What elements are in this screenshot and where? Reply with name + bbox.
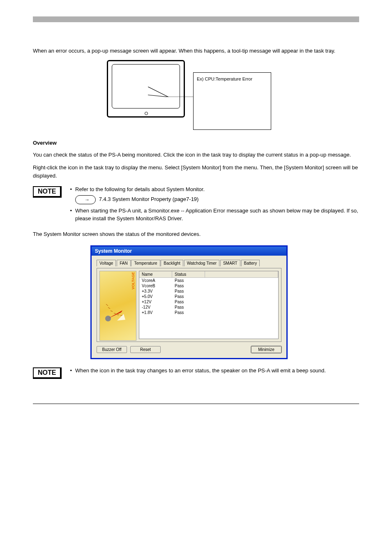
note-label: NOTE — [33, 186, 62, 198]
list-item[interactable]: +3.3VPass — [139, 289, 278, 294]
svg-line-1 — [108, 307, 110, 309]
overview-para-2: Right-click the icon in the task tray to… — [33, 164, 359, 180]
note1-line1: Refer to the following for details about… — [75, 185, 205, 194]
page-footer — [33, 404, 359, 406]
list-item[interactable]: VcoreAPass — [139, 278, 278, 283]
tab-smart[interactable]: SMART — [220, 260, 240, 266]
column-spacer — [205, 271, 278, 277]
list-item[interactable]: +1.8VPass — [139, 310, 278, 315]
svg-line-3 — [114, 313, 116, 314]
note2-line: When the icon in the task tray changes t… — [75, 367, 326, 375]
callout-text: Ex) CPU:Temperature Error — [197, 76, 252, 81]
buzzer-off-button[interactable]: Buzzer Off — [97, 346, 127, 353]
tab-voltage[interactable]: Voltage — [97, 260, 116, 266]
tab-battery[interactable]: Battery — [241, 260, 260, 266]
callout-box: Ex) CPU:Temperature Error — [193, 72, 271, 130]
header-bar — [33, 16, 359, 22]
gauge-image: VOLTAGE — [99, 271, 136, 341]
list-item[interactable]: +12VPass — [139, 299, 278, 305]
note1-line2a: When starting the PS-A unit, a Smonitor.… — [75, 208, 345, 214]
arrow-icon: → — [75, 195, 96, 204]
tab-temperature[interactable]: Temperature — [131, 260, 160, 266]
overview-para-3: The System Monitor screen shows the stat… — [33, 230, 359, 238]
status-list: Name Status VcoreAPass VcoreBPass +3.3VP… — [139, 271, 279, 339]
tab-panel: VOLTAGE — [97, 268, 281, 342]
window-title: System Monitor — [92, 247, 286, 256]
overview-heading: Overview — [33, 140, 359, 146]
tab-row: Voltage FAN Temperature Backlight Watchd… — [97, 260, 281, 266]
column-name[interactable]: Name — [139, 271, 172, 277]
monitor-screen — [112, 64, 180, 108]
minimize-button[interactable]: Minimize — [251, 346, 281, 353]
bullet-icon: • — [70, 207, 72, 223]
tab-watchdog[interactable]: Watchdog Timer — [184, 260, 219, 266]
note1-link: 7.4.3 System Monitor Property (page7-19) — [99, 196, 199, 202]
system-monitor-window: System Monitor Voltage FAN Temperature B… — [90, 245, 288, 359]
tab-backlight[interactable]: Backlight — [161, 260, 183, 266]
intro-paragraph: When an error occurs, a pop-up message s… — [33, 47, 359, 55]
note-label: NOTE — [33, 367, 62, 379]
svg-line-2 — [111, 311, 113, 312]
svg-marker-7 — [108, 310, 122, 319]
note-block-2: NOTE • When the icon in the task tray ch… — [33, 367, 359, 379]
note-block-1: NOTE • Refer to the following for detail… — [33, 185, 359, 225]
column-status[interactable]: Status — [172, 271, 205, 277]
monitor-led — [145, 112, 148, 115]
overview-para-1: You can check the status of the PS-A bei… — [33, 151, 359, 159]
bullet-icon: • — [70, 185, 72, 204]
monitor-illustration: Ex) CPU:Temperature Error — [107, 60, 279, 134]
list-item[interactable]: VcoreBPass — [139, 283, 278, 289]
list-item[interactable]: +5.0VPass — [139, 294, 278, 299]
list-item[interactable]: -12VPass — [139, 305, 278, 310]
tab-fan[interactable]: FAN — [117, 260, 130, 266]
bullet-icon: • — [70, 367, 72, 375]
gauge-label: VOLTAGE — [131, 272, 135, 289]
reset-button[interactable]: Reset — [130, 346, 161, 353]
svg-line-0 — [106, 304, 108, 306]
callout-line — [148, 87, 193, 97]
